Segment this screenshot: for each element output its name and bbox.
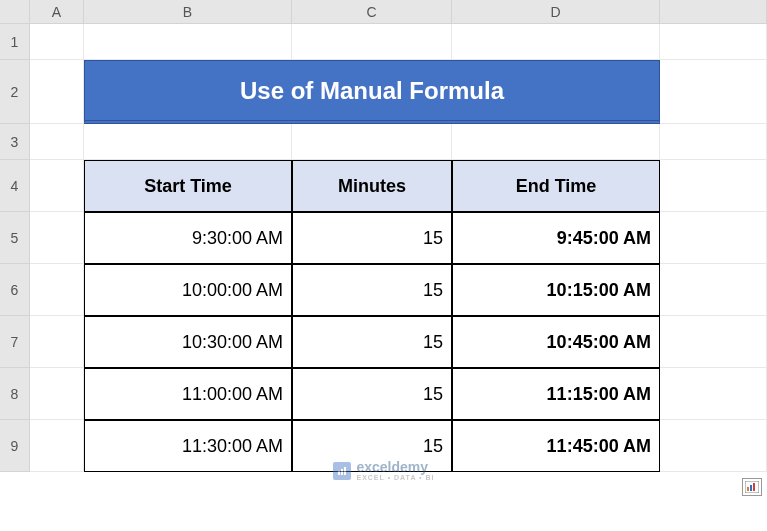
cell-a1[interactable]: [30, 24, 84, 60]
title-merged-cell[interactable]: Use of Manual Formula: [84, 60, 660, 124]
cell-b6[interactable]: 10:00:00 AM: [84, 264, 292, 316]
cell-b3[interactable]: [84, 124, 292, 160]
header-minutes[interactable]: Minutes: [292, 160, 452, 212]
cell-a4[interactable]: [30, 160, 84, 212]
cell-d3[interactable]: [452, 124, 660, 160]
row-header-2[interactable]: 2: [0, 60, 30, 124]
cell-d1[interactable]: [452, 24, 660, 60]
cell-d8[interactable]: 11:15:00 AM: [452, 368, 660, 420]
cell-d6[interactable]: 10:15:00 AM: [452, 264, 660, 316]
cell-e3[interactable]: [660, 124, 767, 160]
cell-b1[interactable]: [84, 24, 292, 60]
cell-e1[interactable]: [660, 24, 767, 60]
cell-c7[interactable]: 15: [292, 316, 452, 368]
col-header-c[interactable]: C: [292, 0, 452, 24]
row-header-5[interactable]: 5: [0, 212, 30, 264]
cell-a5[interactable]: [30, 212, 84, 264]
cell-a9[interactable]: [30, 420, 84, 472]
row-header-6[interactable]: 6: [0, 264, 30, 316]
cell-a2[interactable]: [30, 60, 84, 124]
select-all-corner[interactable]: [0, 0, 30, 24]
cell-e9[interactable]: [660, 420, 767, 472]
quick-analysis-icon[interactable]: [742, 478, 762, 496]
cell-e4[interactable]: [660, 160, 767, 212]
cell-d9[interactable]: 11:45:00 AM: [452, 420, 660, 472]
cell-e8[interactable]: [660, 368, 767, 420]
cell-b8[interactable]: 11:00:00 AM: [84, 368, 292, 420]
svg-rect-5: [750, 485, 752, 491]
cell-e5[interactable]: [660, 212, 767, 264]
header-end-time[interactable]: End Time: [452, 160, 660, 212]
cell-e6[interactable]: [660, 264, 767, 316]
col-header-b[interactable]: B: [84, 0, 292, 24]
cell-a7[interactable]: [30, 316, 84, 368]
row-header-1[interactable]: 1: [0, 24, 30, 60]
row-header-4[interactable]: 4: [0, 160, 30, 212]
row-header-7[interactable]: 7: [0, 316, 30, 368]
row-header-3[interactable]: 3: [0, 124, 30, 160]
header-start-time[interactable]: Start Time: [84, 160, 292, 212]
svg-rect-6: [753, 483, 755, 491]
col-header-d[interactable]: D: [452, 0, 660, 24]
cell-a6[interactable]: [30, 264, 84, 316]
col-header-a[interactable]: A: [30, 0, 84, 24]
cell-c3[interactable]: [292, 124, 452, 160]
spreadsheet-grid: A B C D 1 2 Use of Manual Formula 3 4 St…: [0, 0, 767, 531]
row-header-8[interactable]: 8: [0, 368, 30, 420]
svg-rect-4: [747, 487, 749, 491]
cell-a3[interactable]: [30, 124, 84, 160]
cell-c8[interactable]: 15: [292, 368, 452, 420]
cell-d7[interactable]: 10:45:00 AM: [452, 316, 660, 368]
cell-e7[interactable]: [660, 316, 767, 368]
cell-b7[interactable]: 10:30:00 AM: [84, 316, 292, 368]
cell-c6[interactable]: 15: [292, 264, 452, 316]
cell-c1[interactable]: [292, 24, 452, 60]
cell-b5[interactable]: 9:30:00 AM: [84, 212, 292, 264]
cell-c5[interactable]: 15: [292, 212, 452, 264]
row-header-9[interactable]: 9: [0, 420, 30, 472]
cell-b9[interactable]: 11:30:00 AM: [84, 420, 292, 472]
col-header-extra[interactable]: [660, 0, 767, 24]
cell-c9[interactable]: 15: [292, 420, 452, 472]
cell-a8[interactable]: [30, 368, 84, 420]
cell-d5[interactable]: 9:45:00 AM: [452, 212, 660, 264]
cell-e2[interactable]: [660, 60, 767, 124]
